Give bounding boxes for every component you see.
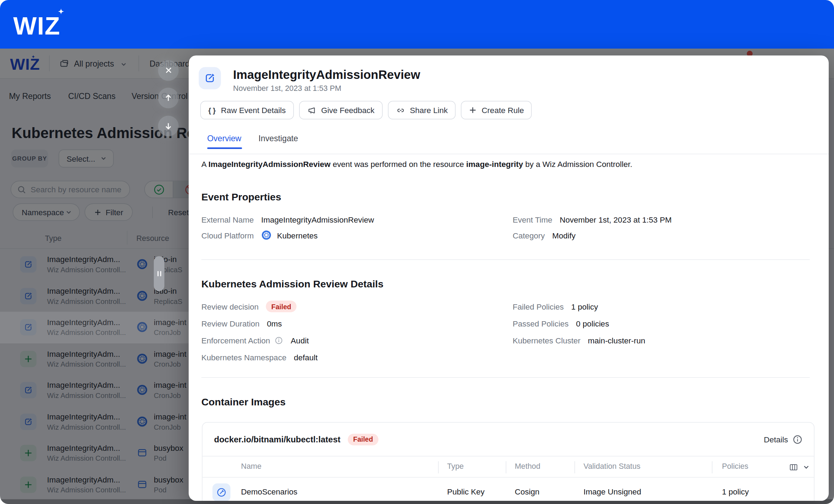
wiz-logo: WIZ	[13, 13, 61, 38]
active-tab-underline	[207, 148, 242, 149]
share-link-button[interactable]: Share Link	[388, 101, 456, 120]
image-table-row[interactable]: DemoScenarios Public Key Cosign Image Un…	[203, 478, 814, 501]
section-divider	[202, 260, 810, 260]
screenshot: WIZ WIZ All projects Dashboard My Report…	[0, 0, 834, 504]
event-properties-right: Event Time November 1st, 2023 at 1:53 PM…	[513, 211, 672, 243]
field-kubernetes-namespace: Kubernetes Namespace default	[202, 349, 318, 366]
col-policies[interactable]: Policies	[722, 462, 748, 470]
failed-badge: Failed	[266, 301, 296, 312]
drawer-actions: { } Raw Event Details Give Feedback Shar…	[200, 101, 532, 120]
raw-event-details-button[interactable]: { } Raw Event Details	[200, 101, 294, 120]
close-drawer-button[interactable]	[158, 60, 179, 81]
col-validation-status[interactable]: Validation Status	[583, 462, 641, 470]
field-event-time: Event Time November 1st, 2023 at 1:53 PM	[513, 211, 672, 227]
section-event-properties: Event Properties	[202, 190, 282, 205]
field-failed-policies: Failed Policies 1 policy	[513, 298, 645, 315]
event-properties-left: External Name ImageIntegrityAdmissionRev…	[202, 211, 374, 243]
link-icon	[396, 105, 405, 115]
section-divider	[202, 377, 810, 378]
container-image-card: docker.io/bitnami/kubectl:latest Failed …	[202, 422, 815, 501]
megaphone-icon	[307, 105, 316, 115]
info-icon	[793, 435, 802, 444]
failed-badge: Failed	[348, 434, 378, 445]
field-external-name: External Name ImageIntegrityAdmissionRev…	[202, 211, 374, 227]
previous-event-button[interactable]	[158, 88, 179, 108]
drawer-resize-handle[interactable]	[154, 256, 165, 291]
cell-validation-status: Image Unsigned	[583, 487, 641, 496]
drawer-title: ImageIntegrityAdmissionReview	[233, 67, 420, 82]
cell-type: Public Key	[447, 487, 484, 496]
next-event-button[interactable]	[158, 116, 179, 137]
review-details-right: Failed Policies 1 policy Passed Policies…	[513, 298, 645, 349]
container-image-header: docker.io/bitnami/kubectl:latest Failed …	[203, 423, 814, 456]
field-review-decision: Review decision Failed	[202, 298, 318, 315]
event-type-icon	[199, 67, 221, 89]
info-icon[interactable]	[275, 336, 283, 344]
cell-policies: 1 policy	[722, 487, 749, 496]
section-review-details: Kubernetes Admission Review Details	[202, 277, 384, 292]
field-category: Category Modify	[513, 227, 672, 243]
drawer-timestamp: November 1st, 2023 at 1:53 PM	[233, 83, 341, 93]
chevron-down-icon[interactable]	[803, 464, 810, 471]
tab-overview[interactable]: Overview	[207, 133, 241, 144]
cell-method: Cosign	[515, 487, 539, 496]
image-name: docker.io/bitnami/kubectl:latest	[214, 435, 341, 444]
braces-icon: { }	[208, 106, 216, 114]
policy-icon	[212, 484, 230, 501]
tab-investigate[interactable]: Investigate	[259, 133, 298, 144]
selected-row-highlight	[0, 312, 189, 343]
wiz-logo-sparkle-icon	[57, 8, 66, 18]
image-table-header: Name Type Method Validation Status Polic…	[203, 456, 814, 478]
event-summary: A ImageIntegrityAdmissionReview event wa…	[202, 159, 632, 170]
cell-name: DemoScenarios	[241, 487, 297, 496]
kubernetes-icon	[261, 230, 272, 241]
give-feedback-button[interactable]: Give Feedback	[299, 101, 382, 120]
section-container-images: Container Images	[202, 395, 286, 410]
field-passed-policies: Passed Policies 0 policies	[513, 315, 645, 332]
plus-icon	[469, 106, 477, 114]
review-details-left: Review decision Failed Review Duration 0…	[202, 298, 318, 366]
event-details-drawer: ImageIntegrityAdmissionReview November 1…	[189, 56, 829, 501]
field-cloud-platform: Cloud Platform Kubernetes	[202, 227, 374, 243]
field-kubernetes-cluster: Kubernetes Cluster main-cluster-run	[513, 332, 645, 349]
field-review-duration: Review Duration 0ms	[202, 315, 318, 332]
create-rule-button[interactable]: Create Rule	[461, 101, 532, 120]
col-method[interactable]: Method	[515, 462, 540, 470]
col-name[interactable]: Name	[241, 462, 261, 470]
column-settings-icon[interactable]	[789, 463, 798, 472]
col-type[interactable]: Type	[447, 462, 464, 470]
app-header: WIZ	[0, 0, 834, 49]
tabs-divider	[189, 154, 829, 155]
details-link[interactable]: Details	[764, 435, 802, 444]
field-enforcement-action: Enforcement Action Audit	[202, 332, 318, 349]
